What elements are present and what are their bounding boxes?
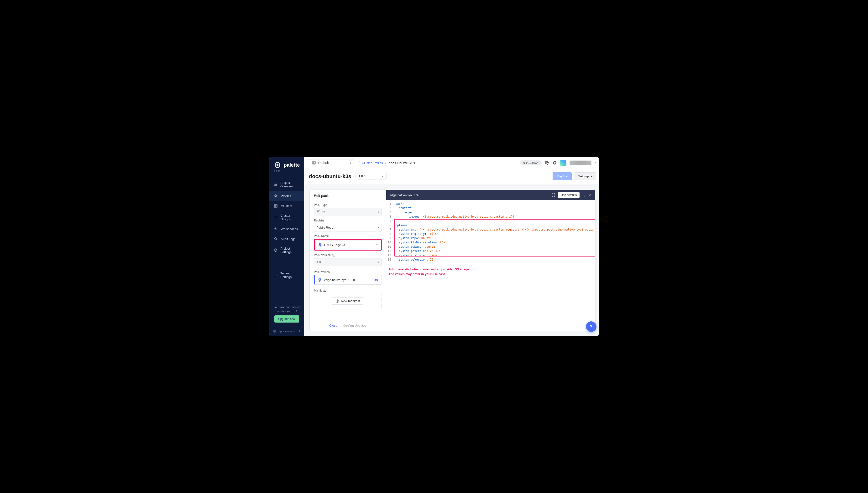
close-icon[interactable]: ✕ [589,193,592,197]
chevron-down-icon: ▾ [378,226,379,229]
app-version: 3.4.25 [274,170,300,173]
yaml-editor-panel: edge-native-byoi 1.0.0 Use defaults ⋮ ✕ … [386,190,596,331]
help-fab-button[interactable]: ? [586,321,597,332]
pack-version-value: 1.0.0 [317,260,324,264]
os-icon [317,211,320,214]
page-header: docs-ubuntu-k3s 1.0.0 ▾ Deploy Settings … [304,169,599,184]
star-icon[interactable] [553,161,557,165]
pack-value-text: edge-native-byoi 1.0.0 [324,278,355,282]
line-gutter: 1234567891011121314 [386,200,393,263]
username-obscured [570,161,591,165]
manifests-dropzone: New manifest [314,294,382,308]
pack-version-label: Pack Version i [314,253,382,257]
more-icon[interactable]: ⋮ [582,193,586,197]
brand-name: palette [284,162,300,168]
upgrade-button[interactable]: Upgrade now [274,315,299,323]
usage-indicator: 0.14/100kCh [520,160,542,166]
new-manifest-button[interactable]: New manifest [332,297,364,305]
topbar: Default ▾ / Cluster Profiles / docs-ubun… [304,157,599,169]
pack-values-label: Pack Values [314,270,382,274]
svg-point-12 [276,275,277,276]
editor-title: edge-native-byoi 1.0.0 [390,193,420,197]
code-editor[interactable]: 1234567891011121314 pack: content: image… [386,200,596,263]
info-icon[interactable]: i [332,254,335,257]
pack-type-label: Pack Type [314,203,382,207]
cog-icon [274,248,277,253]
settings-label: Settings [578,174,589,178]
sidebar-item-audit-logs[interactable]: Audit Logs [269,234,304,244]
plus-circle-icon [336,299,339,303]
sidebar-item-label: Cluster Groups [281,214,300,221]
breadcrumb-current: docs-ubuntu-k3s [389,161,415,165]
sidebar-item-label: Profiles [281,194,291,198]
sidebar-item-cluster-groups[interactable]: Cluster Groups [269,211,304,224]
spectro-cloud-icon [273,329,277,333]
sidebar-item-label: Project Overview [280,181,300,188]
chevron-down-icon: ▾ [376,243,378,246]
edit-pack-panel: Edit pack Pack Type OS ▾ Registry Public… [309,190,386,331]
svg-point-4 [274,216,275,217]
sidebar-item-label: Project Settings [280,247,300,254]
gear-icon [274,227,278,231]
pack-name-highlight: BYOS Edge OS ▾ [314,239,382,251]
panel-title: Edit pack [310,190,386,200]
sidebar-item-tenant-settings[interactable]: Tenant Settings [269,269,304,281]
version-selector[interactable]: 1.0.0 ▾ [355,173,387,180]
svg-rect-3 [276,206,277,208]
pack-name-select[interactable]: BYOS Edge OS ▾ [315,240,380,249]
page-title: docs-ubuntu-k3s [309,173,351,179]
sidebar-item-label: Workspaces [281,227,298,231]
sidebar-item-profiles[interactable]: Profiles [269,191,304,201]
sidebar-item-project-settings[interactable]: Project Settings [269,244,304,257]
svg-rect-0 [274,205,275,206]
sidebar-item-project-overview[interactable]: Project Overview [269,178,304,191]
company-name: spectro cloud [279,330,294,333]
sidebar-item-label: Audit Logs [281,237,295,241]
svg-point-10 [275,250,276,251]
close-button[interactable]: Close [329,324,337,327]
sidebar-cta-text: Start small and only pay for what you us… [273,305,301,313]
grid-icon [274,204,278,208]
settings-button[interactable]: Settings ▾ [574,172,596,180]
chevron-down-icon: ▾ [378,261,379,264]
sidebar-item-clusters[interactable]: Clusters [269,201,304,211]
sidebar-item-label: Clusters [281,204,292,208]
confirm-updates-button[interactable]: Confirm Updates [343,324,367,327]
registry-label: Registry [314,219,382,222]
code-content[interactable]: pack: content: images: - image: '{{.spec… [393,200,595,263]
layers-icon [318,243,322,247]
sidebar-nav: Project Overview Profiles Clusters Clust… [269,178,304,302]
sidebar-collapse-button[interactable] [298,330,301,333]
use-defaults-button[interactable]: Use defaults [558,192,580,198]
sidebar: palette 3.4.25 Project Overview Profiles… [269,157,304,336]
breadcrumb: / Cluster Profiles / docs-ubuntu-k3s [358,161,415,165]
deploy-button[interactable]: Deploy [553,172,572,180]
chevron-down-icon: ▾ [350,162,351,165]
project-selector[interactable]: Default ▾ [309,159,354,166]
project-name: Default [318,161,329,165]
project-icon [312,161,316,165]
chart-icon [274,183,277,187]
svg-point-7 [275,228,277,230]
pack-type-value: OS [322,210,326,214]
breadcrumb-link[interactable]: Cluster Profiles [362,161,383,165]
expand-icon[interactable] [551,193,555,197]
chevron-down-icon: ▾ [591,175,592,178]
brand-logo: palette [274,161,300,169]
chevron-down-icon[interactable]: ▾ [595,162,596,165]
svg-point-13 [275,276,275,277]
pack-version-select[interactable]: 1.0.0 ▾ [314,258,382,266]
pack-value-item[interactable]: edge-native-byoi 1.0.0 </> [314,275,382,285]
registry-select[interactable]: Public Repo ▾ [314,223,382,232]
version-value: 1.0.0 [358,174,366,178]
network-icon [274,215,278,219]
sidebar-item-workspaces[interactable]: Workspaces [269,224,304,234]
code-icon[interactable]: </> [374,278,379,282]
annotation-text: Add these attributes to use custom provi… [386,263,596,276]
user-avatar[interactable] [560,160,566,166]
svg-rect-14 [313,162,315,164]
pack-type-select[interactable]: OS ▾ [314,208,382,216]
svg-point-5 [276,216,277,217]
chat-icon[interactable] [545,161,549,165]
manifests-label: Manifests [314,289,382,292]
